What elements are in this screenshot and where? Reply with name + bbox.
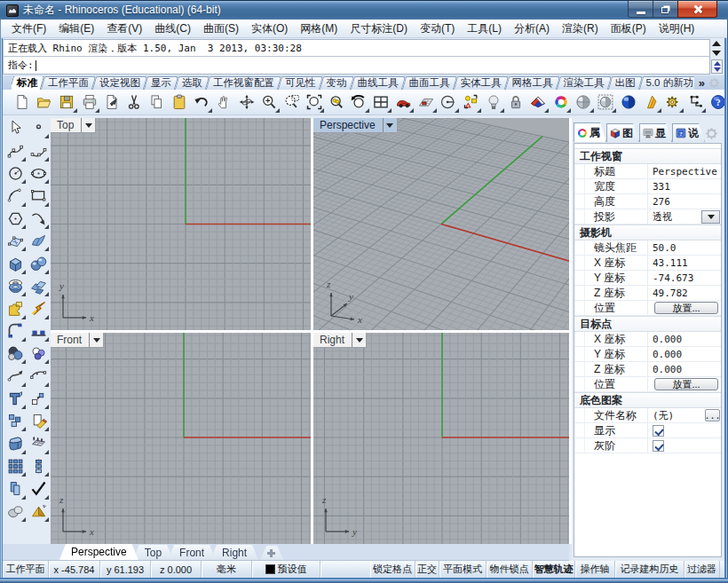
surface-curved-button[interactable] [27, 230, 50, 252]
toolbar-tab-3[interactable]: 设定视图 [94, 76, 146, 90]
check-mark-button[interactable] [27, 477, 50, 500]
toolbar-tab-8[interactable]: 变动 [321, 76, 352, 90]
viewport-tab-front[interactable]: Front [168, 545, 216, 560]
menu-item-e[interactable]: 编辑(E) [52, 19, 100, 39]
toolbar-tab-1[interactable]: 标准 [12, 76, 43, 90]
property-value[interactable]: 0.000 [648, 334, 721, 345]
zoom-dynamic-button[interactable] [257, 91, 280, 114]
zoom-window-button[interactable] [281, 91, 303, 114]
surface-points-button[interactable] [4, 230, 27, 252]
viewport-layout-button[interactable] [370, 91, 392, 114]
explode-button[interactable] [27, 297, 50, 319]
control-curve-button[interactable] [4, 139, 27, 162]
surface-array-button[interactable] [27, 275, 50, 297]
array-linear-button[interactable] [27, 455, 50, 477]
status-toggle-操作轴[interactable]: 操作轴 [575, 561, 615, 578]
viewport-right[interactable]: Right zy [313, 333, 569, 544]
text-3d-button[interactable] [4, 388, 27, 410]
cplane-grid-button[interactable] [415, 91, 437, 114]
export-page-button[interactable] [100, 91, 123, 114]
toolbar-tab-5[interactable]: 选取 [177, 76, 208, 90]
maximize-button[interactable] [653, 1, 677, 18]
status-toggle-智慧轨迹[interactable]: 智慧轨迹 [533, 561, 575, 578]
lock-button[interactable] [505, 91, 527, 114]
property-value[interactable]: Perspective [648, 166, 721, 177]
close-button[interactable] [677, 1, 717, 18]
panel-tab-图[interactable]: 图 [606, 123, 639, 142]
menu-item-l[interactable]: 工具(L) [461, 19, 508, 39]
fillet-b-button[interactable] [27, 320, 50, 343]
menu-item-c[interactable]: 曲线(C) [148, 19, 197, 39]
hatch-page-button[interactable] [27, 410, 50, 432]
viewport-tab-perspective[interactable]: Perspective [59, 544, 138, 560]
spin-down-icon[interactable] [714, 67, 721, 72]
scroll-down-icon[interactable] [712, 51, 721, 56]
toolbar-tab-7[interactable]: 可见性 [280, 76, 321, 90]
viewport-front-menu-icon[interactable] [89, 333, 103, 347]
menu-item-d[interactable]: 尺寸标注(D) [344, 19, 414, 39]
select-arrow-button[interactable] [4, 117, 27, 139]
toolbar-tab-11[interactable]: 实体工具 [455, 76, 507, 90]
circle-button[interactable] [4, 162, 27, 185]
prompt-spinner[interactable] [711, 59, 723, 74]
open-file-button[interactable] [33, 91, 55, 114]
menu-item-m[interactable]: 网格(M) [294, 19, 344, 39]
fillet-a-button[interactable] [4, 320, 27, 343]
property-value[interactable]: 331 [648, 181, 721, 193]
puzzle-button[interactable] [4, 297, 27, 319]
viewport-right-label[interactable]: Right [313, 333, 352, 347]
command-history[interactable]: 正在载入 Rhino 渲染，版本 1.50, Jan 3 2013, 03:30… [4, 40, 709, 57]
viewport-top[interactable]: Top yx [51, 118, 311, 330]
menu-item-t[interactable]: 变动(T) [414, 19, 461, 39]
status-toggle-过滤器[interactable]: 过滤器 [684, 561, 720, 578]
checkbox[interactable] [653, 440, 664, 452]
menu-item-v[interactable]: 查看(V) [100, 19, 148, 39]
viewport-perspective[interactable]: Perspective zyx [313, 118, 569, 330]
status-toggle-记录建构历史[interactable]: 记录建构历史 [615, 561, 684, 578]
property-value[interactable]: 0.000 [648, 349, 721, 360]
viewport-perspective-label[interactable]: Perspective [313, 118, 383, 132]
browse-button[interactable]: ... [705, 409, 720, 421]
toolbar-tab-12[interactable]: 网格工具 [507, 76, 558, 90]
polygon-button[interactable] [4, 208, 27, 230]
rounded-cube-button[interactable] [4, 432, 27, 454]
toolbar-tab-14[interactable]: 出图 [610, 76, 641, 90]
ellipse-button[interactable] [27, 162, 50, 185]
paste-button[interactable] [168, 91, 190, 114]
pan-hand-button[interactable] [213, 91, 235, 114]
status-cell[interactable]: z 0.000 [151, 561, 202, 578]
zoom-back-button[interactable] [347, 91, 369, 114]
rotate-view-button[interactable] [235, 91, 257, 114]
menu-item-r[interactable]: 渲染(R) [556, 19, 605, 39]
print-button[interactable] [78, 91, 100, 114]
toolbar-tab-9[interactable]: 曲线工具 [352, 76, 404, 90]
viewport-top-label[interactable]: Top [51, 118, 81, 132]
interp-curve-button[interactable] [27, 139, 50, 162]
arc-button[interactable] [4, 185, 27, 207]
torus-button[interactable] [4, 275, 27, 297]
undo-button[interactable] [190, 91, 212, 114]
save-file-button[interactable] [56, 91, 78, 114]
toolbar-tab-15[interactable]: 5.0 的新功 [641, 76, 695, 90]
property-value[interactable]: 43.111 [648, 257, 721, 269]
box-button[interactable] [4, 252, 27, 274]
explode-squares-button[interactable] [27, 388, 50, 410]
color-wheel-button[interactable] [550, 91, 572, 114]
menu-item-a[interactable]: 分析(A) [508, 19, 556, 39]
status-cell[interactable]: 预设值 [252, 561, 320, 578]
menu-item-o[interactable]: 实体(O) [245, 19, 294, 39]
render-wedge-button[interactable] [527, 91, 550, 114]
toolbar-tab-13[interactable]: 渲染工具 [558, 76, 610, 90]
gold-pyramid-button[interactable] [27, 500, 50, 523]
history-scroll-arrows[interactable] [710, 41, 723, 56]
status-cell[interactable]: 工作平面 [3, 561, 49, 578]
hierarchy-button[interactable] [684, 91, 707, 114]
panel-tab-说[interactable]: ?说 [672, 123, 705, 142]
viewport-right-menu-icon[interactable] [352, 333, 366, 347]
property-value[interactable]: 50.0 [648, 242, 721, 254]
new-viewport-tab-button[interactable] [260, 546, 283, 560]
toolbar-tab-4[interactable]: 显示 [146, 76, 177, 90]
curve-arrow-button[interactable] [4, 365, 27, 387]
blend-arc-button[interactable] [27, 365, 50, 387]
viewport-tab-right[interactable]: Right [210, 545, 258, 560]
